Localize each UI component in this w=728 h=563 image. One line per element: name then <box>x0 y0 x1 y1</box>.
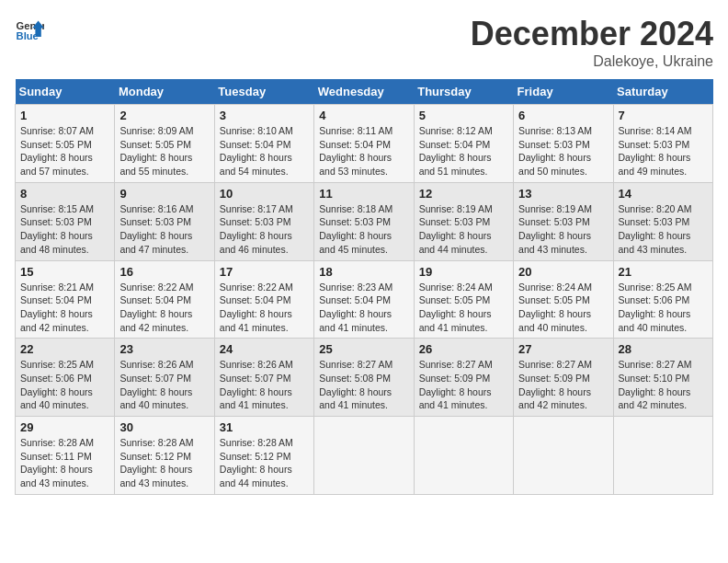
calendar-cell: 2Sunrise: 8:09 AM Sunset: 5:05 PM Daylig… <box>115 105 214 183</box>
calendar-cell: 28Sunrise: 8:27 AM Sunset: 5:10 PM Dayli… <box>613 339 712 417</box>
calendar-cell <box>613 417 712 495</box>
calendar-cell: 9Sunrise: 8:16 AM Sunset: 5:03 PM Daylig… <box>115 182 214 260</box>
calendar-cell: 16Sunrise: 8:22 AM Sunset: 5:04 PM Dayli… <box>115 260 214 339</box>
calendar-cell: 14Sunrise: 8:20 AM Sunset: 5:03 PM Dayli… <box>613 182 712 260</box>
calendar-cell: 31Sunrise: 8:28 AM Sunset: 5:12 PM Dayli… <box>214 417 313 495</box>
calendar-cell: 18Sunrise: 8:23 AM Sunset: 5:04 PM Dayli… <box>314 260 414 339</box>
calendar-cell: 29Sunrise: 8:28 AM Sunset: 5:11 PM Dayli… <box>16 417 115 495</box>
day-detail: Sunrise: 8:14 AM Sunset: 5:03 PM Dayligh… <box>619 124 708 178</box>
location-subtitle: Dalekoye, Ukraine <box>471 53 713 70</box>
day-detail: Sunrise: 8:17 AM Sunset: 5:03 PM Dayligh… <box>220 202 309 257</box>
day-detail: Sunrise: 8:22 AM Sunset: 5:04 PM Dayligh… <box>220 281 309 335</box>
calendar-cell: 8Sunrise: 8:15 AM Sunset: 5:03 PM Daylig… <box>16 182 115 260</box>
day-number: 15 <box>20 265 109 279</box>
logo: General Blue <box>15 15 44 44</box>
day-number: 2 <box>119 109 209 122</box>
day-number: 25 <box>319 342 408 356</box>
calendar-cell: 12Sunrise: 8:19 AM Sunset: 5:03 PM Dayli… <box>414 182 513 260</box>
day-number: 24 <box>220 342 309 356</box>
day-detail: Sunrise: 8:26 AM Sunset: 5:07 PM Dayligh… <box>220 358 309 412</box>
day-number: 17 <box>220 265 309 279</box>
page-header: General Blue December 2024 Dalekoye, Ukr… <box>15 15 713 70</box>
day-header-sunday: Sunday <box>16 79 115 105</box>
day-detail: Sunrise: 8:07 AM Sunset: 5:05 PM Dayligh… <box>20 124 109 178</box>
day-number: 6 <box>518 109 608 122</box>
day-header-tuesday: Tuesday <box>214 79 313 105</box>
day-detail: Sunrise: 8:23 AM Sunset: 5:04 PM Dayligh… <box>319 281 408 335</box>
day-number: 4 <box>319 109 408 122</box>
calendar-cell: 10Sunrise: 8:17 AM Sunset: 5:03 PM Dayli… <box>214 182 313 260</box>
month-title: December 2024 <box>471 15 713 53</box>
day-number: 27 <box>518 342 608 356</box>
day-number: 3 <box>220 109 309 122</box>
calendar-cell: 30Sunrise: 8:28 AM Sunset: 5:12 PM Dayli… <box>115 417 214 495</box>
day-number: 28 <box>619 342 708 356</box>
calendar-cell: 25Sunrise: 8:27 AM Sunset: 5:08 PM Dayli… <box>314 339 414 417</box>
calendar-cell: 24Sunrise: 8:26 AM Sunset: 5:07 PM Dayli… <box>214 339 313 417</box>
day-number: 23 <box>119 342 209 356</box>
week-row-1: 1Sunrise: 8:07 AM Sunset: 5:05 PM Daylig… <box>16 105 713 183</box>
day-number: 18 <box>319 265 408 279</box>
day-detail: Sunrise: 8:22 AM Sunset: 5:04 PM Dayligh… <box>119 281 209 335</box>
day-detail: Sunrise: 8:09 AM Sunset: 5:05 PM Dayligh… <box>119 124 209 178</box>
calendar-cell: 20Sunrise: 8:24 AM Sunset: 5:05 PM Dayli… <box>514 260 613 339</box>
title-area: December 2024 Dalekoye, Ukraine <box>471 15 713 70</box>
calendar-cell: 6Sunrise: 8:13 AM Sunset: 5:03 PM Daylig… <box>514 105 613 183</box>
day-detail: Sunrise: 8:28 AM Sunset: 5:12 PM Dayligh… <box>119 436 209 490</box>
day-number: 10 <box>220 187 309 201</box>
day-detail: Sunrise: 8:10 AM Sunset: 5:04 PM Dayligh… <box>220 124 309 178</box>
day-number: 19 <box>419 265 508 279</box>
calendar-table: SundayMondayTuesdayWednesdayThursdayFrid… <box>15 79 713 495</box>
day-detail: Sunrise: 8:27 AM Sunset: 5:09 PM Dayligh… <box>518 358 608 412</box>
calendar-cell <box>314 417 414 495</box>
day-number: 29 <box>20 420 109 434</box>
day-number: 20 <box>518 265 608 279</box>
week-row-3: 15Sunrise: 8:21 AM Sunset: 5:04 PM Dayli… <box>16 260 713 339</box>
day-number: 31 <box>220 420 309 434</box>
day-header-thursday: Thursday <box>414 79 513 105</box>
day-detail: Sunrise: 8:24 AM Sunset: 5:05 PM Dayligh… <box>518 281 608 335</box>
day-number: 14 <box>619 187 708 201</box>
day-number: 11 <box>319 187 408 201</box>
calendar-cell: 17Sunrise: 8:22 AM Sunset: 5:04 PM Dayli… <box>214 260 313 339</box>
calendar-cell: 21Sunrise: 8:25 AM Sunset: 5:06 PM Dayli… <box>613 260 712 339</box>
day-detail: Sunrise: 8:19 AM Sunset: 5:03 PM Dayligh… <box>419 202 508 257</box>
calendar-cell: 15Sunrise: 8:21 AM Sunset: 5:04 PM Dayli… <box>16 260 115 339</box>
calendar-cell: 1Sunrise: 8:07 AM Sunset: 5:05 PM Daylig… <box>16 105 115 183</box>
calendar-cell: 13Sunrise: 8:19 AM Sunset: 5:03 PM Dayli… <box>514 182 613 260</box>
day-detail: Sunrise: 8:27 AM Sunset: 5:10 PM Dayligh… <box>619 358 708 412</box>
day-detail: Sunrise: 8:28 AM Sunset: 5:12 PM Dayligh… <box>220 436 309 490</box>
day-detail: Sunrise: 8:16 AM Sunset: 5:03 PM Dayligh… <box>119 202 209 257</box>
day-detail: Sunrise: 8:27 AM Sunset: 5:08 PM Dayligh… <box>319 358 408 412</box>
day-number: 13 <box>518 187 608 201</box>
logo-icon: General Blue <box>15 15 44 44</box>
day-detail: Sunrise: 8:25 AM Sunset: 5:06 PM Dayligh… <box>20 358 109 412</box>
day-detail: Sunrise: 8:20 AM Sunset: 5:03 PM Dayligh… <box>619 202 708 257</box>
day-number: 8 <box>20 187 109 201</box>
day-number: 22 <box>20 342 109 356</box>
calendar-cell <box>514 417 613 495</box>
calendar-cell <box>414 417 513 495</box>
week-row-5: 29Sunrise: 8:28 AM Sunset: 5:11 PM Dayli… <box>16 417 713 495</box>
day-detail: Sunrise: 8:18 AM Sunset: 5:03 PM Dayligh… <box>319 202 408 257</box>
day-header-friday: Friday <box>514 79 613 105</box>
day-number: 26 <box>419 342 508 356</box>
day-number: 5 <box>419 109 508 122</box>
day-number: 12 <box>419 187 508 201</box>
calendar-cell: 19Sunrise: 8:24 AM Sunset: 5:05 PM Dayli… <box>414 260 513 339</box>
svg-text:Blue: Blue <box>17 30 39 41</box>
calendar-cell: 4Sunrise: 8:11 AM Sunset: 5:04 PM Daylig… <box>314 105 414 183</box>
week-row-2: 8Sunrise: 8:15 AM Sunset: 5:03 PM Daylig… <box>16 182 713 260</box>
day-detail: Sunrise: 8:15 AM Sunset: 5:03 PM Dayligh… <box>20 202 109 257</box>
day-detail: Sunrise: 8:13 AM Sunset: 5:03 PM Dayligh… <box>518 124 608 178</box>
week-row-4: 22Sunrise: 8:25 AM Sunset: 5:06 PM Dayli… <box>16 339 713 417</box>
day-detail: Sunrise: 8:19 AM Sunset: 5:03 PM Dayligh… <box>518 202 608 257</box>
calendar-cell: 5Sunrise: 8:12 AM Sunset: 5:04 PM Daylig… <box>414 105 513 183</box>
day-detail: Sunrise: 8:28 AM Sunset: 5:11 PM Dayligh… <box>20 436 109 490</box>
day-header-saturday: Saturday <box>613 79 712 105</box>
day-number: 1 <box>20 109 109 122</box>
day-number: 16 <box>119 265 209 279</box>
day-detail: Sunrise: 8:26 AM Sunset: 5:07 PM Dayligh… <box>119 358 209 412</box>
calendar-cell: 23Sunrise: 8:26 AM Sunset: 5:07 PM Dayli… <box>115 339 214 417</box>
calendar-cell: 11Sunrise: 8:18 AM Sunset: 5:03 PM Dayli… <box>314 182 414 260</box>
